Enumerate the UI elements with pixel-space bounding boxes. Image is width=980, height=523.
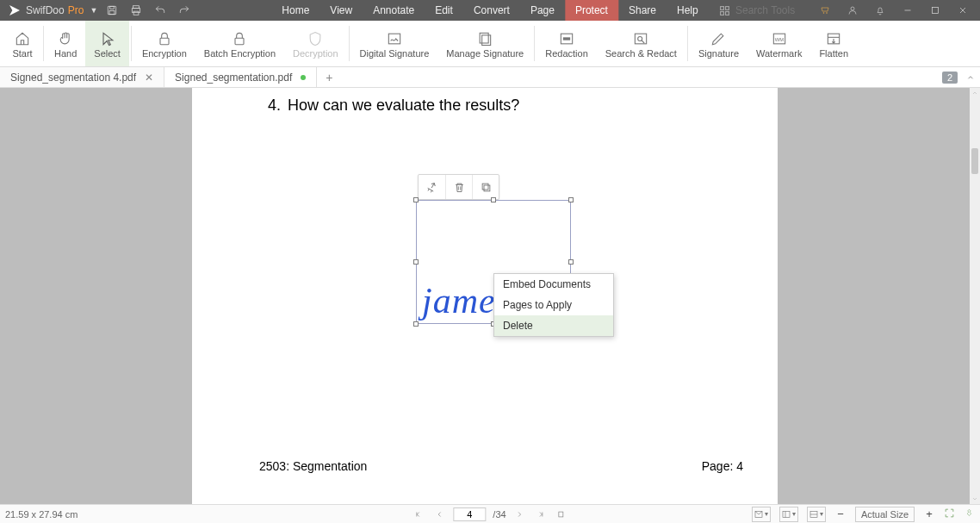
page-canvas[interactable]: 4. How can we evaluate the results? jame (192, 88, 778, 504)
object-floating-toolbar (418, 174, 499, 200)
pin-status-icon[interactable] (964, 507, 975, 520)
svg-rect-19 (482, 35, 491, 46)
scroll-thumb[interactable] (971, 148, 978, 174)
panel-toggle-2[interactable]: ▾ (779, 507, 798, 522)
window-close-icon[interactable] (951, 0, 975, 21)
resize-handle[interactable] (413, 321, 419, 327)
ribbon-hand[interactable]: Hand (46, 21, 85, 66)
notifications-icon[interactable] (868, 0, 892, 21)
prev-page-icon[interactable] (432, 507, 446, 521)
trash-icon[interactable] (445, 175, 472, 199)
page-view-icon[interactable] (555, 507, 568, 521)
shield-icon (305, 30, 326, 47)
save-icon[interactable] (102, 1, 121, 20)
zoom-out-button[interactable]: − (834, 507, 847, 520)
ribbon-digital-signature[interactable]: Digital Signature (351, 21, 438, 66)
search-tools[interactable] (714, 4, 809, 16)
scroll-up-icon[interactable] (970, 88, 980, 98)
window-minimize-icon[interactable] (896, 0, 920, 21)
ribbon-select[interactable]: Select (85, 21, 129, 66)
svg-rect-37 (783, 511, 790, 517)
resize-handle[interactable] (413, 197, 419, 202)
searchredact-icon (630, 30, 651, 47)
page-total-label: /34 (493, 509, 506, 520)
page-dimensions: 21.59 x 27.94 cm (5, 509, 78, 520)
undo-icon[interactable] (151, 1, 170, 20)
panel-toggle-3[interactable]: ▾ (807, 507, 826, 522)
menu-home[interactable]: Home (271, 0, 319, 21)
svg-rect-18 (480, 33, 488, 43)
menu-help[interactable]: Help (667, 0, 709, 21)
pager-controls: /34 (412, 507, 568, 521)
svg-rect-3 (133, 6, 140, 9)
ribbon-signature[interactable]: Signature (690, 21, 747, 66)
menu-share[interactable]: Share (618, 0, 667, 21)
fullscreen-icon[interactable] (944, 507, 955, 520)
panel-toggle-1[interactable]: ▾ (752, 507, 771, 522)
svg-rect-16 (235, 38, 244, 44)
resize-handle[interactable] (568, 259, 574, 265)
ribbon-redaction[interactable]: Redaction (537, 21, 597, 66)
ribbon-batch-encryption[interactable]: Batch Encryption (195, 21, 284, 66)
ribbon-search-redact[interactable]: Search & Redact (597, 21, 685, 66)
copy-icon[interactable] (472, 175, 499, 199)
menu-annotate[interactable]: Annotate (363, 0, 425, 21)
resize-handle[interactable] (568, 197, 574, 202)
hand-icon (55, 30, 76, 47)
ribbon-flatten[interactable]: Flatten (810, 21, 857, 66)
svg-line-35 (755, 511, 759, 514)
add-tab-button[interactable]: + (317, 67, 341, 87)
resize-handle[interactable] (491, 197, 496, 202)
ribbon-start[interactable]: Start (3, 21, 41, 66)
print-icon[interactable] (127, 1, 146, 20)
resize-handle[interactable] (413, 259, 419, 265)
next-page-icon[interactable] (513, 507, 527, 521)
context-menu: Embed DocumentsPages to ApplyDelete (493, 273, 614, 337)
scroll-down-icon[interactable] (970, 494, 980, 504)
redo-icon[interactable] (175, 1, 194, 20)
brand-dropdown-icon[interactable]: ▼ (90, 6, 97, 15)
ribbon-manage-signature[interactable]: Manage Signature (437, 21, 532, 66)
status-bar: 21.59 x 27.94 cm /34 ▾ ▾ ▾ − Actual Size… (0, 504, 980, 523)
svg-rect-17 (388, 34, 400, 44)
ribbon-decryption: Decryption (284, 21, 347, 66)
svg-text:WM: WM (775, 37, 785, 42)
ribbon-watermark[interactable]: WMWatermark (747, 21, 810, 66)
stack-icon (474, 30, 495, 47)
svg-rect-12 (933, 8, 939, 14)
menu-convert[interactable]: Convert (463, 0, 520, 21)
app-logo-icon (7, 3, 22, 18)
vertical-scrollbar[interactable] (970, 88, 980, 504)
page-footer-left: 2503: Segmentation (259, 459, 367, 473)
svg-rect-30 (482, 184, 488, 190)
zoom-in-button[interactable]: + (923, 507, 935, 520)
menu-edit[interactable]: Edit (425, 0, 463, 21)
menu-protect[interactable]: Protect (565, 0, 618, 21)
context-menu-item[interactable]: Embed Documents (494, 274, 613, 295)
tab-close-icon[interactable]: ✕ (145, 72, 153, 84)
context-menu-item[interactable]: Pages to Apply (494, 295, 613, 315)
menu-view[interactable]: View (319, 0, 363, 21)
document-tab[interactable]: Signed_segmentation.pdf (164, 67, 317, 87)
ribbon-encryption[interactable]: Encryption (133, 21, 195, 66)
window-maximize-icon[interactable] (923, 0, 947, 21)
document-tab[interactable]: Signed_segmentation 4.pdf✕ (0, 67, 164, 87)
pin-icon[interactable] (419, 175, 445, 199)
context-menu-item[interactable]: Delete (494, 315, 613, 336)
cursor-icon (97, 30, 118, 47)
menu-page[interactable]: Page (520, 0, 565, 21)
search-tools-input[interactable] (735, 4, 804, 16)
cart-icon[interactable] (813, 0, 837, 21)
modified-indicator-icon (301, 75, 306, 80)
first-page-icon[interactable] (412, 507, 425, 521)
svg-rect-5 (133, 11, 139, 15)
user-icon[interactable] (840, 0, 865, 21)
zoom-level-label[interactable]: Actual Size (855, 507, 915, 522)
list-number: 4. (268, 97, 281, 115)
last-page-icon[interactable] (534, 507, 548, 521)
tab-collapse-icon[interactable] (961, 68, 980, 87)
lock-icon (154, 30, 175, 47)
page-number-input[interactable] (453, 507, 486, 521)
svg-rect-7 (726, 6, 729, 9)
svg-rect-9 (726, 11, 729, 15)
